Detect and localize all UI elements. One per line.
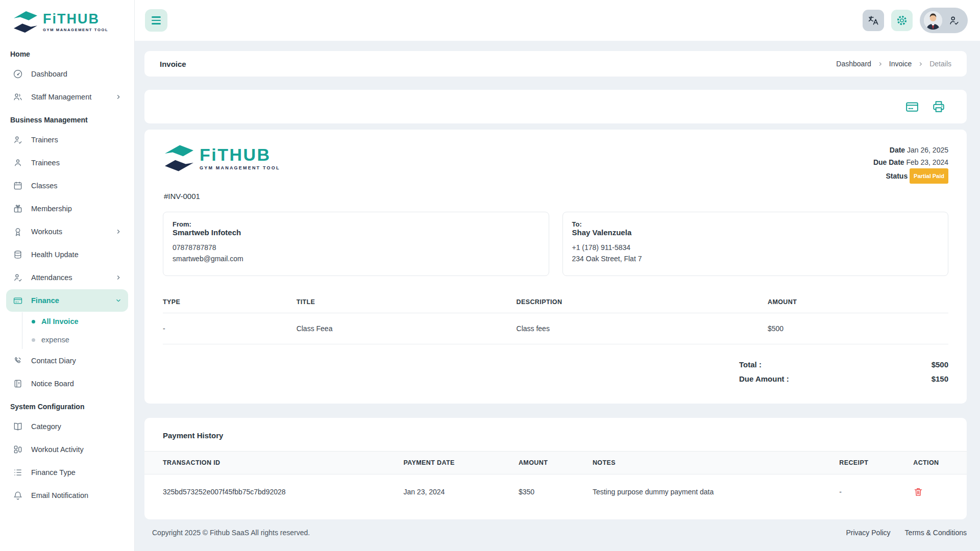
sidebar-item-label: Trainers bbox=[31, 136, 58, 144]
sidebar-item-label: Trainees bbox=[31, 159, 60, 167]
brand-tagline: GYM MANAGEMENT TOOL bbox=[43, 28, 108, 32]
sidebar-item-label: Finance bbox=[31, 296, 59, 305]
items-header-row: TYPE TITLE DESCRIPTION AMOUNT bbox=[163, 292, 948, 313]
payment-transaction-id: 325bd573252e007f45fbb75c7bd92028 bbox=[144, 474, 399, 503]
brand-logo-icon bbox=[12, 10, 39, 34]
bullet-icon bbox=[32, 338, 35, 342]
brand-logo-icon bbox=[163, 144, 195, 172]
payment-button[interactable] bbox=[905, 100, 919, 113]
due-amount-value: $150 bbox=[887, 372, 948, 386]
nav-section-business: Business Management bbox=[5, 109, 129, 128]
profile-menu[interactable] bbox=[920, 8, 968, 33]
sidebar-item-workout-activity[interactable]: Workout Activity bbox=[6, 438, 128, 461]
profile-avatar bbox=[924, 11, 942, 30]
terms-conditions-link[interactable]: Terms & Conditions bbox=[905, 529, 967, 537]
from-label: From: bbox=[173, 220, 540, 228]
sidebar-item-trainers[interactable]: Trainers bbox=[6, 129, 128, 151]
delete-payment-button[interactable] bbox=[913, 487, 923, 497]
payment-history-table: TRANSACTION ID PAYMENT DATE AMOUNT NOTES… bbox=[144, 451, 967, 502]
payment-date: Jan 23, 2024 bbox=[399, 474, 514, 503]
phone-icon bbox=[12, 355, 23, 366]
sidebar-item-trainees[interactable]: Trainees bbox=[6, 152, 128, 174]
breadcrumb-invoice[interactable]: Invoice bbox=[889, 60, 912, 68]
payment-header-amount: AMOUNT bbox=[514, 452, 589, 474]
sidebar-item-finance-type[interactable]: Finance Type bbox=[6, 461, 128, 484]
to-label: To: bbox=[572, 220, 939, 228]
invoice-number: #INV-0001 bbox=[164, 192, 948, 201]
invoice-card: FiTHUB GYM MANAGEMENT TOOL Date Jan 26, … bbox=[144, 130, 967, 404]
hamburger-menu-button[interactable] bbox=[145, 9, 167, 32]
book-icon bbox=[12, 421, 23, 432]
sidebar-item-label: Email Notification bbox=[31, 491, 88, 499]
privacy-policy-link[interactable]: Privacy Policy bbox=[846, 529, 890, 537]
brand-logo[interactable]: FiTHUB GYM MANAGEMENT TOOL bbox=[5, 7, 129, 43]
invoice-items-table: TYPE TITLE DESCRIPTION AMOUNT - Class Fe… bbox=[163, 292, 948, 344]
sidebar-item-label: Contact Diary bbox=[31, 357, 76, 365]
print-button[interactable] bbox=[932, 100, 945, 113]
payment-header-row: TRANSACTION ID PAYMENT DATE AMOUNT NOTES… bbox=[144, 452, 967, 474]
sidebar-item-finance[interactable]: Finance bbox=[6, 289, 128, 312]
chevron-right-icon bbox=[877, 61, 883, 67]
chevron-right-icon bbox=[918, 61, 923, 67]
to-name: Shay Valenzuela bbox=[572, 228, 939, 237]
sidebar-item-workouts[interactable]: Workouts bbox=[6, 220, 128, 243]
sidebar-item-attendances[interactable]: Attendances bbox=[6, 266, 128, 289]
chevron-right-icon bbox=[115, 274, 122, 281]
sidebar-item-label: Membership bbox=[31, 205, 72, 213]
total-label: Total : bbox=[739, 358, 887, 372]
payment-amount: $350 bbox=[514, 474, 589, 503]
dashboard-icon bbox=[12, 68, 23, 80]
from-email: smartweb@gmail.com bbox=[173, 253, 540, 264]
chevron-right-icon bbox=[115, 93, 122, 101]
payment-header-receipt: RECEIPT bbox=[835, 452, 909, 474]
sidebar-item-label: Dashboard bbox=[31, 70, 67, 78]
settings-gear-icon bbox=[896, 14, 908, 27]
sidebar-item-label: Workout Activity bbox=[31, 445, 84, 454]
user-check-icon bbox=[948, 15, 960, 26]
sidebar-subitem-all-invoice[interactable]: All Invoice bbox=[22, 312, 129, 331]
sidebar-item-label: Health Update bbox=[31, 251, 79, 259]
sidebar-item-health-update[interactable]: Health Update bbox=[6, 243, 128, 266]
sidebar-item-label: Category bbox=[31, 422, 61, 431]
from-phone: 07878787878 bbox=[173, 242, 540, 253]
trash-icon bbox=[913, 487, 923, 497]
copyright-text: Copyright 2025 © Fithub SaaS All rights … bbox=[152, 529, 310, 537]
payment-header-action: ACTION bbox=[909, 452, 967, 474]
users-icon bbox=[12, 91, 23, 103]
sidebar-item-email-notification[interactable]: Email Notification bbox=[6, 484, 128, 507]
sidebar-item-membership[interactable]: Membership bbox=[6, 197, 128, 220]
chevron-down-icon bbox=[115, 297, 122, 304]
sidebar-item-category[interactable]: Category bbox=[6, 415, 128, 438]
grid-icon bbox=[12, 444, 23, 455]
notebook-icon bbox=[12, 378, 23, 389]
sidebar-item-classes[interactable]: Classes bbox=[6, 174, 128, 197]
sidebar-item-dashboard[interactable]: Dashboard bbox=[6, 63, 128, 85]
finance-submenu: All Invoice expense bbox=[22, 312, 129, 349]
payment-receipt: - bbox=[835, 474, 909, 503]
total-value: $500 bbox=[887, 358, 948, 372]
credit-card-icon bbox=[905, 100, 919, 113]
sidebar-item-staff-management[interactable]: Staff Management bbox=[6, 86, 128, 108]
page-title: Invoice bbox=[160, 60, 186, 68]
breadcrumb-dashboard[interactable]: Dashboard bbox=[836, 60, 871, 68]
sidebar-item-contact-diary[interactable]: Contact Diary bbox=[6, 349, 128, 372]
translate-button[interactable] bbox=[863, 10, 884, 31]
sidebar-subitem-expense[interactable]: expense bbox=[22, 331, 129, 349]
sidebar-item-notice-board[interactable]: Notice Board bbox=[6, 372, 128, 395]
sidebar-item-label: Staff Management bbox=[31, 93, 91, 101]
bullet-icon bbox=[32, 320, 35, 323]
items-header-description: DESCRIPTION bbox=[517, 292, 768, 313]
sidebar-subitem-label: expense bbox=[41, 336, 69, 344]
invoice-totals: Total : $500 Due Amount : $150 bbox=[163, 358, 948, 386]
item-type: - bbox=[163, 313, 297, 344]
topbar bbox=[135, 0, 980, 41]
settings-button[interactable] bbox=[891, 10, 913, 31]
list-icon bbox=[12, 467, 23, 478]
table-row: - Class Feea Class fees $500 bbox=[163, 313, 948, 344]
nav-section-system: System Configuration bbox=[5, 395, 129, 415]
payment-header-notes: NOTES bbox=[589, 452, 835, 474]
user-icon bbox=[12, 157, 23, 168]
invoice-meta: Date Jan 26, 2025 Due Date Feb 23, 2024 … bbox=[873, 144, 948, 184]
brand-name: FiTHUB bbox=[200, 146, 280, 163]
item-title: Class Feea bbox=[297, 313, 517, 344]
